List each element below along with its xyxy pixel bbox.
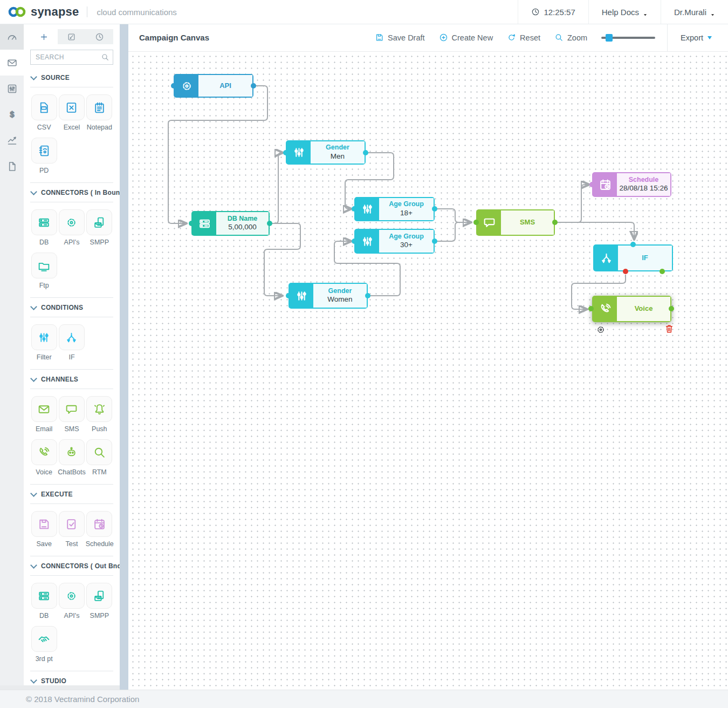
database-server-icon: [37, 589, 51, 603]
node-sms[interactable]: SMS: [476, 209, 555, 236]
section-studio: STUDIO SMS Email PN Canvas: [30, 671, 113, 685]
section-connectors-out: CONNECTORS ( Out Bnd ) DB API's SMPP 3rd…: [30, 556, 113, 671]
node-if[interactable]: IF: [593, 244, 673, 271]
trend-chart-icon: [6, 135, 18, 146]
port-voice-right[interactable]: [669, 306, 674, 311]
palette-item-db-out[interactable]: DB: [30, 583, 58, 620]
node-gender-women[interactable]: Gender Women: [289, 283, 368, 309]
palette-item-push[interactable]: Push: [86, 396, 113, 433]
rail-item-documents[interactable]: [0, 153, 24, 179]
port-if-false[interactable]: [623, 269, 628, 274]
save-draft-button[interactable]: Save Draft: [375, 33, 425, 42]
rail-item-campaigns[interactable]: [0, 50, 24, 76]
palette-item-pd[interactable]: PD: [30, 138, 58, 174]
section-channels-header[interactable]: CHANNELS: [30, 370, 113, 389]
palette-item-save[interactable]: Save: [30, 511, 58, 548]
zoom-slider-handle[interactable]: [606, 34, 613, 42]
port-gender-women-right[interactable]: [365, 293, 370, 298]
port-api-left[interactable]: [171, 83, 176, 88]
port-voice-left[interactable]: [588, 306, 594, 311]
section-execute-header[interactable]: EXECUTE: [30, 485, 113, 504]
node-voice[interactable]: Voice: [592, 296, 671, 322]
node-schedule[interactable]: Schedule 28/08/18 15:26: [592, 172, 671, 197]
palette-item-db-in[interactable]: DB: [30, 209, 58, 246]
palette-item-rtm[interactable]: RTM: [86, 439, 113, 476]
port-age18-right[interactable]: [432, 206, 437, 212]
port-api-right[interactable]: [251, 83, 256, 88]
palette-item-email[interactable]: Email: [30, 396, 58, 433]
sidebar-horizontal-scrollbar[interactable]: [0, 685, 120, 690]
palette-item-smpp-out[interactable]: SMPP: [86, 583, 113, 620]
port-gender-men-right[interactable]: [363, 150, 368, 155]
node-delete-button[interactable]: [664, 323, 675, 336]
rail-item-dashboard[interactable]: [0, 24, 24, 50]
sidebar-scrollbar[interactable]: [120, 24, 128, 690]
floppy-icon: [37, 518, 51, 531]
palette-item-3rdparty[interactable]: 3rd pt: [30, 626, 58, 663]
port-if-top[interactable]: [630, 242, 636, 247]
palette-item-apis-in[interactable]: API's: [58, 209, 85, 246]
tab-add[interactable]: [30, 29, 58, 44]
reset-button[interactable]: Reset: [507, 33, 540, 42]
palette-item-test[interactable]: Test: [58, 511, 85, 548]
palette-item-excel[interactable]: Excel: [58, 94, 85, 131]
palette-item-ftp[interactable]: Ftp: [30, 253, 58, 289]
node-age-group-30[interactable]: Age Group 30+: [354, 229, 435, 254]
node-gender-men[interactable]: Gender Men: [286, 140, 366, 165]
palette-item-csv[interactable]: CSV: [30, 94, 58, 131]
zoom-slider[interactable]: [601, 34, 655, 42]
palette-item-smpp-in[interactable]: SMPP: [86, 209, 113, 246]
port-db-right[interactable]: [267, 221, 272, 226]
node-settings-button[interactable]: [595, 324, 606, 337]
palette-item-schedule[interactable]: Schedule: [86, 511, 113, 548]
palette-sidebar: SOURCE CSV Excel Notepad PD CONNECTORS (…: [24, 24, 120, 685]
rail-item-billing[interactable]: [0, 101, 24, 127]
section-connectors-in-header[interactable]: CONNECTORS ( In Bound ): [30, 183, 113, 202]
port-age18-left[interactable]: [352, 206, 357, 212]
chat-bubble-icon: [65, 403, 78, 416]
node-db-name[interactable]: DB Name 5,00,000: [191, 211, 270, 236]
tab-edit[interactable]: [58, 29, 85, 44]
create-new-button[interactable]: Create New: [439, 33, 493, 42]
rail-item-preferences[interactable]: [0, 76, 24, 101]
section-conditions-header[interactable]: CONDITIONS: [30, 298, 113, 317]
palette-item-if[interactable]: IF: [58, 324, 85, 361]
clock-time: 12:25:57: [518, 0, 588, 24]
port-age30-right[interactable]: [432, 239, 437, 244]
port-if-true[interactable]: [660, 269, 665, 274]
section-source-header[interactable]: SOURCE: [30, 68, 113, 87]
port-schedule-left[interactable]: [589, 182, 595, 187]
export-dropdown[interactable]: Export: [667, 24, 728, 51]
port-age30-left[interactable]: [352, 239, 357, 244]
section-connectors-out-header[interactable]: CONNECTORS ( Out Bnd ): [30, 556, 113, 576]
filter-sliders-icon: [37, 331, 51, 344]
port-sms-right[interactable]: [552, 220, 558, 225]
left-icon-rail: [0, 24, 24, 690]
user-menu[interactable]: Dr.Murali: [661, 0, 728, 24]
palette-item-apis-out[interactable]: API's: [58, 583, 85, 620]
tab-history[interactable]: [86, 29, 113, 44]
clock-icon: [95, 32, 104, 42]
magnifier-icon: [554, 33, 564, 42]
port-gender-women-left[interactable]: [286, 293, 291, 298]
section-studio-header[interactable]: STUDIO: [30, 671, 113, 685]
palette-item-sms[interactable]: SMS: [58, 396, 85, 433]
gear-icon: [65, 216, 78, 229]
palette-item-notepad[interactable]: Notepad: [86, 94, 113, 131]
port-db-left[interactable]: [189, 221, 194, 226]
port-gender-men-left[interactable]: [283, 150, 289, 155]
palette-item-filter[interactable]: Filter: [30, 324, 58, 361]
chevron-down-icon: [708, 36, 712, 39]
canvas-grid[interactable]: API Gender Men DB Name 5,00,000 A: [128, 52, 728, 690]
palette-item-chatbots[interactable]: ChatBots: [58, 439, 85, 476]
port-sms-left[interactable]: [473, 220, 479, 225]
app-root: synapse cloud communications 12:25:57 He…: [0, 0, 728, 708]
palette-item-voice[interactable]: Voice: [30, 439, 58, 476]
help-docs-menu[interactable]: Help Docs: [588, 0, 661, 24]
node-age-group-18[interactable]: Age Group 18+: [354, 197, 435, 221]
zoom-label: Zoom: [554, 33, 587, 42]
node-api[interactable]: API: [174, 74, 253, 98]
branch-icon: [594, 246, 618, 270]
handshake-icon: [37, 632, 51, 646]
rail-item-analytics[interactable]: [0, 127, 24, 153]
